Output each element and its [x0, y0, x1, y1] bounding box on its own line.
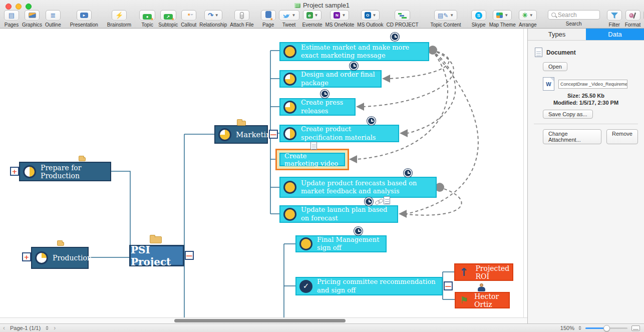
relationship-icon: ↷	[208, 12, 213, 19]
document-type-icon	[294, 3, 300, 8]
tool-ms-outlook[interactable]: O▼ MS Outlook	[357, 10, 383, 28]
topic-create-press-releases[interactable]: Create press releases	[279, 98, 356, 116]
collapse-button[interactable]: —	[444, 281, 453, 290]
callout-projected-roi[interactable]: ↑ Projected ROI	[454, 263, 513, 281]
expand-button[interactable]: +	[22, 252, 31, 261]
add-badge-icon: ✷	[151, 17, 154, 22]
topic-update-launch-plan[interactable]: Update launch plan based on forecast	[279, 205, 398, 223]
topic-label: Projected ROI	[475, 264, 509, 280]
topic-final-management-sign-off[interactable]: Final Management sign off	[295, 235, 387, 252]
tool-presentation[interactable]: ▸ Presentation	[70, 10, 98, 28]
tool-relationship[interactable]: ↷▼ Relationship	[199, 10, 227, 28]
tool-tweet[interactable]: ▼ Tweet	[279, 10, 299, 28]
chevron-down-icon: ▼	[529, 14, 533, 18]
tool-graphics[interactable]: Graphics	[22, 10, 42, 28]
tool-callout[interactable]: ✷ Callout	[181, 10, 196, 28]
filter-funnel-icon	[611, 13, 618, 19]
graphics-icon	[29, 13, 36, 18]
search-input[interactable]: Search	[548, 10, 600, 20]
topic-estimate-market[interactable]: Estimate market and make more exact mark…	[279, 42, 429, 61]
previous-page-button[interactable]: ‹	[3, 324, 5, 331]
tool-outline[interactable]: ≣ Outline	[45, 10, 61, 28]
progress-pie-icon	[283, 73, 296, 86]
topic-production[interactable]: Production	[31, 247, 89, 269]
topic-marketing[interactable]: Marketing	[214, 125, 268, 144]
topic-update-product-forecasts[interactable]: Update product forecasts based on market…	[279, 177, 437, 198]
topic-label: Create product specification materials	[301, 125, 394, 142]
brainstorm-icon: ⚡	[115, 12, 123, 19]
zoom-stepper[interactable]	[578, 324, 581, 331]
topic-psi-project-root[interactable]: PSI Project	[129, 245, 184, 266]
remove-attachment-button[interactable]: Remove	[606, 129, 638, 144]
chevron-down-icon: ▼	[450, 14, 454, 18]
folder-icon	[57, 242, 64, 246]
attachment-filename-field[interactable]: ConceptDraw _Video_Requirement	[558, 80, 627, 89]
next-page-button[interactable]: ›	[54, 324, 56, 331]
scrollbar-thumb[interactable]	[174, 319, 346, 322]
tab-data[interactable]: Data	[586, 29, 644, 40]
tool-attach-file[interactable]: Attach File	[230, 10, 253, 28]
open-button[interactable]: Open	[543, 62, 567, 71]
callout-hector-ortiz[interactable]: ⚑ Hector Ortiz	[455, 292, 510, 308]
clock-icon	[365, 197, 373, 206]
tool-evernote[interactable]: e▼ Evernote	[302, 10, 323, 28]
person-icon	[477, 283, 486, 291]
outlook-icon: O	[365, 12, 371, 19]
pages-icon: ▤	[9, 12, 15, 19]
topic-label: Estimate market and make more exact mark…	[301, 44, 424, 60]
map-canvas[interactable]: Prepare for Production + Production + PS…	[0, 29, 527, 323]
evernote-icon: e	[306, 12, 313, 19]
collapse-button[interactable]: —	[269, 130, 278, 139]
tool-page[interactable]: ✷ Page	[261, 10, 276, 28]
relationship-source-dot[interactable]	[428, 46, 437, 55]
tool-topic-content[interactable]: ▤✎▼ Topic Content	[431, 10, 461, 28]
tab-types[interactable]: Types	[528, 29, 586, 40]
topic-create-marketing-video-selected[interactable]: Create marketing video	[275, 149, 349, 170]
change-attachment-button[interactable]: Change Attachment...	[543, 129, 601, 144]
chevron-down-icon: ▼	[314, 14, 318, 18]
tool-skype[interactable]: S Skype	[471, 10, 486, 28]
topic-product-spec-materials[interactable]: Create product specification materials	[279, 125, 399, 142]
tool-cd-project[interactable]: CD PROJECT	[387, 10, 419, 28]
tool-ms-onenote[interactable]: N▼ MS OneNote	[326, 10, 355, 28]
chevron-down-icon: ▼	[292, 14, 296, 18]
page-stepper[interactable]	[46, 324, 49, 331]
divider	[534, 124, 638, 124]
tool-filter[interactable]: Filter	[607, 10, 622, 28]
collapse-button[interactable]: —	[185, 251, 194, 260]
minimap-icon[interactable]	[631, 325, 640, 331]
tool-subtopic[interactable]: ↗✷ Subtopic	[158, 10, 178, 28]
window-title-area: Project sample1	[0, 2, 644, 9]
topic-prepare-for-production[interactable]: Prepare for Production	[19, 162, 111, 181]
folder-icon	[237, 121, 246, 126]
topic-label: Design and order final package	[301, 71, 377, 87]
topic-design-final-package[interactable]: Design and order final package	[279, 70, 382, 88]
progress-pie-icon	[283, 45, 296, 58]
zoom-slider-knob[interactable]	[603, 325, 610, 331]
gantt-icon	[398, 13, 407, 19]
clock-icon	[367, 117, 376, 125]
save-copy-button[interactable]: Save Copy as...	[543, 110, 593, 119]
tool-map-theme[interactable]: ▼ Map Theme	[489, 10, 516, 28]
tool-arrange[interactable]: ✳▼ Arrange	[519, 10, 537, 28]
topic-pricing-committee[interactable]: ✓ Pricing committee recommendation and s…	[295, 277, 443, 295]
format-palette-icon	[629, 13, 637, 19]
folder-icon	[79, 157, 86, 161]
topic-label: Prepare for Production	[41, 164, 106, 180]
tool-topic[interactable]: ●✷ Topic	[139, 10, 155, 28]
expand-button[interactable]: +	[10, 167, 19, 176]
twitter-bird-icon	[282, 13, 290, 19]
tool-format[interactable]: Format	[625, 10, 641, 28]
zoom-slider[interactable]	[585, 327, 627, 329]
topic-panel: Types Data Document Open W ConceptDraw _…	[527, 29, 644, 323]
tool-brainstorm[interactable]: ⚡ Brainstorm	[107, 10, 131, 28]
canvas-horizontal-scrollbar[interactable]	[0, 317, 527, 323]
topic-label: Create press releases	[301, 99, 351, 115]
attachment-document-icon	[310, 142, 317, 150]
add-badge-icon: ✷	[171, 17, 175, 22]
topic-label: Create marketing video	[284, 152, 340, 167]
presentation-icon: ▸	[80, 13, 88, 18]
chevron-down-icon: ▼	[215, 14, 219, 18]
attachment-document-icon	[384, 196, 390, 204]
tool-pages[interactable]: ▤ Pages	[4, 10, 19, 28]
